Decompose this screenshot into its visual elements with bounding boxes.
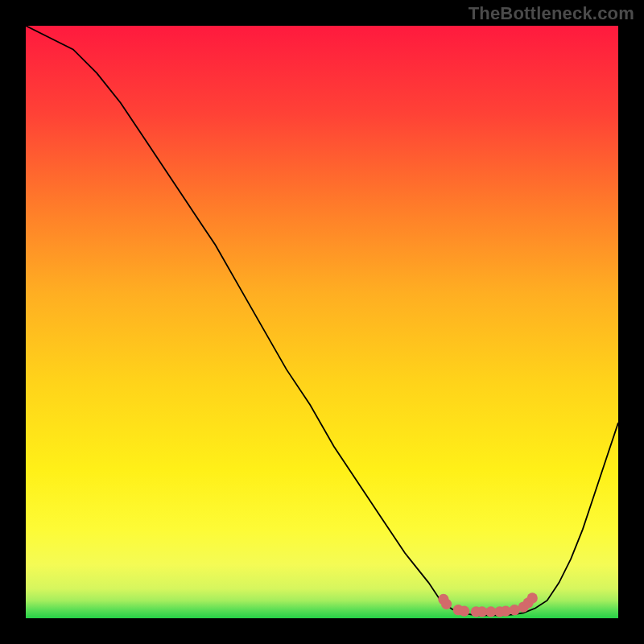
plot-area: [26, 26, 618, 618]
watermark-text: TheBottleneck.com: [469, 3, 634, 24]
optimal-dot: [527, 592, 538, 603]
optimal-dot: [459, 606, 469, 617]
chart-svg: [26, 26, 618, 618]
heat-background: [26, 26, 618, 618]
chart-container: TheBottleneck.com: [0, 0, 644, 644]
optimal-dot: [441, 599, 452, 609]
